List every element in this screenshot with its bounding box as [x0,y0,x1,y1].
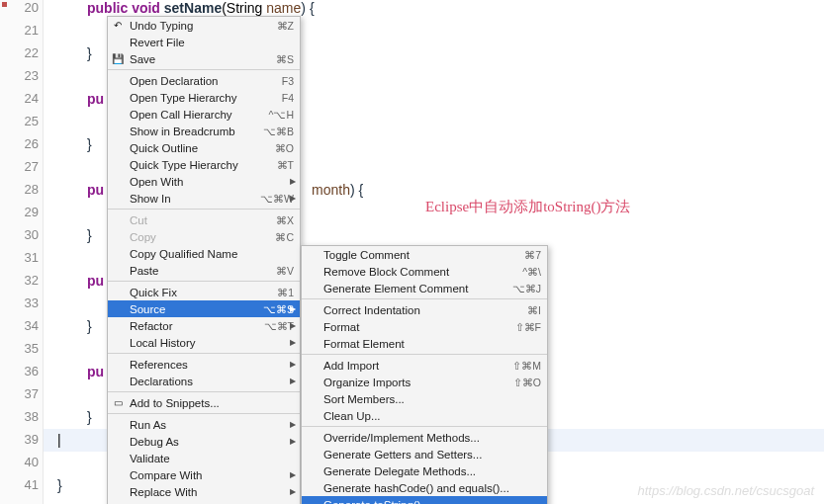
line-number: 25 [25,114,39,128]
menu-item[interactable]: Toggle Comment⌘7 [302,246,547,263]
menu-item[interactable]: Local History▶ [108,334,300,351]
line-number: 41 [25,477,39,492]
menu-separator [302,354,547,355]
menu-label: Local History [130,337,294,349]
menu-item[interactable]: Quick Outline⌘O [108,139,300,156]
menu-item[interactable]: Copy Qualified Name [108,245,300,262]
menu-item[interactable]: Open DeclarationF3 [108,72,300,89]
menu-shortcut: ⌘X [276,214,294,226]
context-menu[interactable]: ↶Undo Typing⌘ZRevert File💾Save⌘SOpen Dec… [107,16,301,504]
annotation-text: Eclipse中自动添加toString()方法 [425,198,630,216]
menu-shortcut: ⌘7 [524,249,541,261]
menu-shortcut: ⇧⌘F [515,321,541,333]
submenu-arrow-icon: ▶ [290,420,296,429]
menu-item[interactable]: Sort Members... [302,390,547,407]
menu-separator [302,298,547,299]
menu-item[interactable]: Source⌥⌘S▶ [108,300,300,317]
menu-separator [108,209,300,210]
menu-item[interactable]: Generate Delegate Methods... [302,462,547,479]
menu-item[interactable]: Cut⌘X [108,211,300,228]
code-line: pu [87,91,104,107]
code-line: pu [87,273,104,289]
menu-label: Add Import [323,360,504,372]
menu-label: Save [130,53,268,65]
menu-item[interactable]: Quick Type Hierarchy⌘T [108,156,300,173]
menu-item[interactable]: Override/Implement Methods... [302,429,547,446]
menu-label: Validate [130,453,294,464]
menu-shortcut: ⌘C [275,231,294,243]
menu-item[interactable]: Quick Fix⌘1 [108,284,300,300]
menu-item[interactable]: ✎Create Snippet... [108,500,300,504]
menu-item[interactable]: Refactor⌥⌘T▶ [108,317,300,334]
code-line: } [87,227,92,243]
menu-label: Paste [130,265,268,277]
menu-item[interactable]: Remove Block Comment^⌘\ [302,263,547,280]
menu-item[interactable]: Compare With▶ [108,466,300,483]
submenu-arrow-icon: ▶ [290,338,296,347]
submenu-arrow-icon: ▶ [290,304,296,313]
line-number: 29 [25,205,39,219]
menu-item[interactable]: Copy⌘C [108,228,300,245]
menu-label: Replace With [130,486,294,498]
menu-item[interactable]: Correct Indentation⌘I [302,301,547,318]
menu-item[interactable]: Generate Getters and Setters... [302,446,547,462]
menu-shortcut: ⌥⌘B [263,126,294,137]
menu-item[interactable]: Replace With▶ [108,483,300,500]
menu-separator [108,69,300,70]
menu-label: Clean Up... [323,410,541,422]
menu-item[interactable]: ▭Add to Snippets... [108,394,300,411]
menu-item[interactable]: ↶Undo Typing⌘Z [108,17,300,34]
menu-item[interactable]: Run As▶ [108,416,300,433]
menu-separator [108,413,300,414]
code-line: public void setName(String name) { [87,0,315,16]
menu-icon: ▭ [112,397,124,409]
line-number: 27 [25,159,39,174]
menu-item[interactable]: Generate Element Comment⌥⌘J [302,280,547,296]
menu-shortcut: ^⌥H [268,109,294,121]
line-number: 20 [25,0,39,15]
menu-item[interactable]: Organize Imports⇧⌘O [302,374,547,390]
menu-item[interactable]: Show in Breadcrumb⌥⌘B [108,123,300,139]
submenu-arrow-icon: ▶ [290,321,296,330]
submenu-arrow-icon: ▶ [290,470,296,479]
code-cursor: | [57,432,61,448]
menu-item[interactable]: Add Import⇧⌘M [302,357,547,374]
menu-item[interactable]: Format Element [302,335,547,352]
menu-item[interactable]: 💾Save⌘S [108,50,300,67]
code-line: pu [87,364,104,379]
line-number: 40 [25,455,39,469]
source-submenu[interactable]: Toggle Comment⌘7Remove Block Comment^⌘\G… [301,245,548,504]
menu-item[interactable]: Debug As▶ [108,433,300,450]
menu-item[interactable]: Paste⌘V [108,262,300,279]
menu-item[interactable]: Open Type HierarchyF4 [108,89,300,106]
menu-item[interactable]: Revert File [108,34,300,50]
menu-label: Generate toString()... [323,499,541,505]
line-number: 39 [25,432,39,447]
menu-item[interactable]: Open Call Hierarchy^⌥H [108,106,300,123]
menu-item[interactable]: Declarations▶ [108,373,300,389]
menu-icon: 💾 [112,53,124,65]
menu-label: Generate hashCode() and equals()... [323,482,541,494]
menu-item[interactable]: Format⇧⌘F [302,318,547,335]
submenu-arrow-icon: ▶ [290,437,296,446]
line-number: 23 [25,68,39,83]
line-number: 28 [25,182,39,197]
menu-shortcut: ⌘I [527,304,541,316]
menu-item[interactable]: References▶ [108,356,300,373]
menu-shortcut: F3 [282,75,294,87]
menu-label: Organize Imports [323,377,505,388]
menu-item[interactable]: Generate toString()... [302,496,547,504]
menu-separator [302,426,547,427]
menu-item[interactable]: Generate hashCode() and equals()... [302,479,547,496]
menu-label: Revert File [130,37,294,48]
menu-label: Correct Indentation [323,304,519,316]
menu-label: Sort Members... [323,393,541,405]
menu-label: Add to Snippets... [130,397,294,409]
menu-item[interactable]: Clean Up... [302,407,547,424]
menu-item[interactable]: Show In⌥⌘W▶ [108,190,300,207]
error-marker-icon [2,2,7,7]
menu-item[interactable]: Validate [108,450,300,466]
menu-item[interactable]: Open With▶ [108,173,300,190]
line-number: 38 [25,409,39,424]
menu-shortcut: ^⌘\ [522,266,541,278]
